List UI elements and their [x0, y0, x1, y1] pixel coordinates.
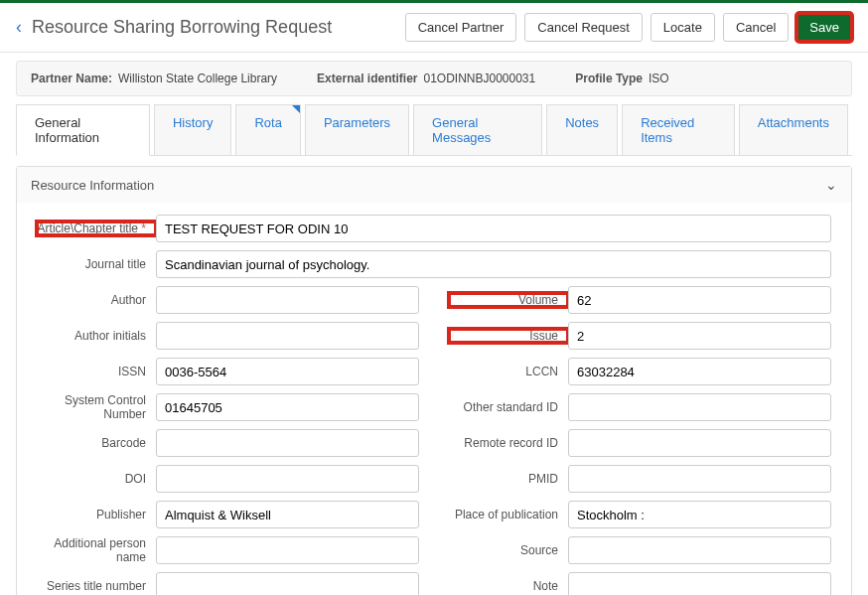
author-initials-input[interactable]: [156, 322, 419, 350]
lccn-label: LCCN: [449, 365, 568, 378]
profile-type-label: Profile Type: [575, 72, 643, 85]
publisher-label: Publisher: [37, 508, 156, 521]
chevron-down-icon[interactable]: ⌄: [825, 177, 837, 193]
section-header[interactable]: Resource Information ⌄: [17, 167, 851, 203]
tab-notes[interactable]: Notes: [546, 104, 618, 155]
place-of-publication-input[interactable]: [568, 501, 831, 528]
author-initials-label: Author initials: [37, 329, 156, 343]
remote-record-id-input[interactable]: [568, 429, 831, 457]
tab-history[interactable]: History: [154, 104, 231, 155]
additional-person-input[interactable]: [156, 536, 419, 564]
series-title-number-label: Series title number: [37, 579, 156, 593]
cancel-button[interactable]: Cancel: [723, 13, 789, 42]
doi-label: DOI: [37, 472, 156, 486]
issn-label: ISSN: [37, 365, 156, 378]
page-title: Resource Sharing Borrowing Request: [32, 17, 405, 38]
pmid-label: PMID: [449, 472, 568, 486]
external-id-value: 01ODINNBJ0000031: [423, 72, 535, 85]
barcode-label: Barcode: [37, 436, 156, 450]
scn-input[interactable]: [156, 393, 419, 421]
back-icon[interactable]: ‹: [16, 17, 22, 38]
partner-name-label: Partner Name:: [31, 72, 112, 85]
tab-rota[interactable]: Rota: [235, 104, 300, 155]
remote-record-id-label: Remote record ID: [449, 436, 568, 450]
volume-label: Volume: [449, 293, 568, 307]
article-title-input[interactable]: [156, 215, 831, 242]
source-label: Source: [449, 543, 568, 557]
info-bar: Partner Name: Williston State College Li…: [16, 61, 852, 96]
cancel-partner-button[interactable]: Cancel Partner: [405, 13, 517, 42]
tab-bar: General Information History Rota Paramet…: [16, 104, 852, 156]
external-id-label: External identifier: [317, 72, 417, 85]
tab-general-messages[interactable]: General Messages: [413, 104, 542, 155]
doi-input[interactable]: [156, 465, 419, 493]
tab-general-information[interactable]: General Information: [16, 104, 150, 156]
note-input[interactable]: [568, 572, 831, 595]
article-title-label: Article\Chapter title: [37, 222, 156, 235]
locate-button[interactable]: Locate: [651, 13, 715, 42]
issue-input[interactable]: [568, 322, 831, 350]
lccn-input[interactable]: [568, 358, 831, 385]
cancel-request-button[interactable]: Cancel Request: [524, 13, 643, 42]
series-title-number-input[interactable]: [156, 572, 419, 595]
form-body: Article\Chapter title Journal title Auth…: [17, 203, 851, 595]
tab-received-items[interactable]: Received Items: [622, 104, 735, 155]
tab-attachments[interactable]: Attachments: [739, 104, 848, 155]
tab-parameters[interactable]: Parameters: [305, 104, 409, 155]
pmid-input[interactable]: [568, 465, 831, 493]
scn-label: System Control Number: [37, 393, 156, 421]
header-actions: Cancel Partner Cancel Request Locate Can…: [405, 13, 852, 42]
journal-title-label: Journal title: [37, 257, 156, 271]
volume-input[interactable]: [568, 286, 831, 314]
issn-input[interactable]: [156, 358, 419, 385]
author-label: Author: [37, 293, 156, 307]
resource-info-section: Resource Information ⌄ Article\Chapter t…: [16, 166, 852, 595]
publisher-input[interactable]: [156, 501, 419, 528]
section-title: Resource Information: [31, 178, 154, 193]
source-input[interactable]: [568, 536, 831, 564]
barcode-input[interactable]: [156, 429, 419, 457]
place-of-publication-label: Place of publication: [449, 508, 568, 521]
other-standard-id-label: Other standard ID: [449, 400, 568, 414]
page-header: ‹ Resource Sharing Borrowing Request Can…: [0, 3, 868, 53]
issue-label: Issue: [449, 329, 568, 343]
save-button[interactable]: Save: [796, 13, 852, 42]
partner-name-value: Williston State College Library: [118, 72, 277, 85]
note-label: Note: [449, 579, 568, 593]
other-standard-id-input[interactable]: [568, 393, 831, 421]
author-input[interactable]: [156, 286, 419, 314]
profile-type-value: ISO: [649, 72, 669, 85]
journal-title-input[interactable]: [156, 250, 831, 278]
additional-person-label: Additional person name: [37, 536, 156, 564]
